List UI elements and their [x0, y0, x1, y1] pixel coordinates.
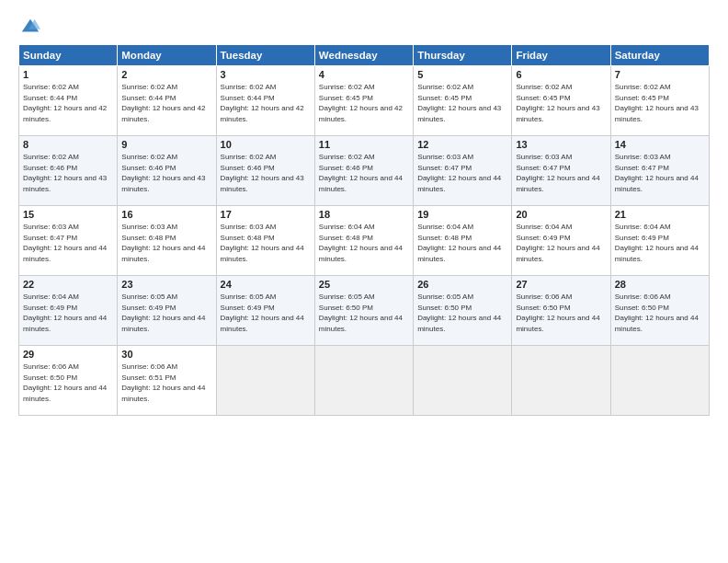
calendar-cell	[610, 346, 709, 416]
page: SundayMondayTuesdayWednesdayThursdayFrid…	[0, 0, 728, 563]
calendar-cell: 21 Sunrise: 6:04 AMSunset: 6:49 PMDaylig…	[610, 206, 709, 276]
calendar-cell: 11 Sunrise: 6:02 AMSunset: 6:46 PMDaylig…	[314, 136, 413, 206]
day-detail: Sunrise: 6:06 AMSunset: 6:50 PMDaylight:…	[516, 293, 599, 333]
day-number: 29	[23, 349, 113, 360]
day-number: 16	[121, 209, 211, 220]
calendar-cell: 23 Sunrise: 6:05 AMSunset: 6:49 PMDaylig…	[118, 276, 216, 346]
calendar-cell: 19 Sunrise: 6:04 AMSunset: 6:48 PMDaylig…	[414, 206, 512, 276]
day-number: 22	[23, 279, 113, 290]
day-detail: Sunrise: 6:05 AMSunset: 6:49 PMDaylight:…	[121, 293, 205, 333]
day-number: 25	[319, 279, 409, 290]
calendar-cell: 5 Sunrise: 6:02 AMSunset: 6:45 PMDayligh…	[414, 66, 512, 136]
day-detail: Sunrise: 6:02 AMSunset: 6:45 PMDaylight:…	[615, 83, 699, 123]
day-number: 7	[615, 69, 705, 80]
calendar-cell: 14 Sunrise: 6:03 AMSunset: 6:47 PMDaylig…	[610, 136, 709, 206]
day-detail: Sunrise: 6:05 AMSunset: 6:49 PMDaylight:…	[221, 293, 304, 333]
day-number: 28	[615, 279, 705, 290]
day-number: 19	[417, 209, 507, 220]
day-number: 6	[516, 69, 606, 80]
day-number: 14	[615, 139, 705, 150]
day-detail: Sunrise: 6:02 AMSunset: 6:45 PMDaylight:…	[319, 83, 403, 123]
calendar-cell: 9 Sunrise: 6:02 AMSunset: 6:46 PMDayligh…	[118, 136, 216, 206]
logo-icon	[20, 17, 40, 37]
weekday-wednesday: Wednesday	[314, 45, 413, 66]
calendar-cell: 8 Sunrise: 6:02 AMSunset: 6:46 PMDayligh…	[19, 136, 118, 206]
weekday-sunday: Sunday	[19, 45, 118, 66]
day-detail: Sunrise: 6:06 AMSunset: 6:51 PMDaylight:…	[121, 362, 205, 403]
weekday-tuesday: Tuesday	[216, 45, 314, 66]
calendar-week-5: 29 Sunrise: 6:06 AMSunset: 6:50 PMDaylig…	[19, 346, 710, 416]
day-number: 21	[615, 209, 705, 220]
calendar-cell: 1 Sunrise: 6:02 AMSunset: 6:44 PMDayligh…	[19, 66, 118, 136]
day-detail: Sunrise: 6:04 AMSunset: 6:49 PMDaylight:…	[615, 223, 699, 263]
day-detail: Sunrise: 6:04 AMSunset: 6:48 PMDaylight:…	[417, 223, 501, 263]
calendar-cell: 18 Sunrise: 6:04 AMSunset: 6:48 PMDaylig…	[314, 206, 413, 276]
day-number: 9	[121, 139, 211, 150]
day-number: 1	[23, 69, 113, 80]
day-detail: Sunrise: 6:02 AMSunset: 6:44 PMDaylight:…	[121, 83, 205, 123]
day-number: 23	[121, 279, 211, 290]
weekday-header-row: SundayMondayTuesdayWednesdayThursdayFrid…	[19, 45, 710, 66]
calendar-cell: 2 Sunrise: 6:02 AMSunset: 6:44 PMDayligh…	[118, 66, 216, 136]
day-number: 20	[516, 209, 606, 220]
weekday-thursday: Thursday	[414, 45, 512, 66]
day-number: 10	[221, 139, 311, 150]
calendar-week-2: 8 Sunrise: 6:02 AMSunset: 6:46 PMDayligh…	[19, 136, 710, 206]
day-detail: Sunrise: 6:02 AMSunset: 6:45 PMDaylight:…	[516, 83, 599, 123]
calendar-cell	[216, 346, 314, 416]
day-number: 18	[319, 209, 409, 220]
day-number: 24	[221, 279, 311, 290]
calendar-cell	[512, 346, 610, 416]
day-detail: Sunrise: 6:04 AMSunset: 6:49 PMDaylight:…	[516, 223, 599, 263]
calendar-table: SundayMondayTuesdayWednesdayThursdayFrid…	[18, 44, 710, 416]
day-detail: Sunrise: 6:05 AMSunset: 6:50 PMDaylight:…	[319, 293, 403, 333]
day-number: 5	[417, 69, 507, 80]
calendar-week-1: 1 Sunrise: 6:02 AMSunset: 6:44 PMDayligh…	[19, 66, 710, 136]
day-number: 12	[417, 139, 507, 150]
weekday-monday: Monday	[118, 45, 216, 66]
logo	[18, 17, 40, 37]
day-number: 8	[23, 139, 113, 150]
header	[18, 17, 710, 37]
day-detail: Sunrise: 6:03 AMSunset: 6:48 PMDaylight:…	[221, 223, 304, 263]
day-detail: Sunrise: 6:05 AMSunset: 6:50 PMDaylight:…	[417, 293, 501, 333]
calendar-cell: 20 Sunrise: 6:04 AMSunset: 6:49 PMDaylig…	[512, 206, 610, 276]
calendar-cell: 6 Sunrise: 6:02 AMSunset: 6:45 PMDayligh…	[512, 66, 610, 136]
calendar-cell: 12 Sunrise: 6:03 AMSunset: 6:47 PMDaylig…	[414, 136, 512, 206]
day-number: 26	[417, 279, 507, 290]
day-detail: Sunrise: 6:02 AMSunset: 6:44 PMDaylight:…	[23, 83, 107, 123]
day-detail: Sunrise: 6:02 AMSunset: 6:46 PMDaylight:…	[23, 153, 107, 193]
calendar-cell: 10 Sunrise: 6:02 AMSunset: 6:46 PMDaylig…	[216, 136, 314, 206]
day-number: 11	[319, 139, 409, 150]
day-number: 17	[221, 209, 311, 220]
weekday-friday: Friday	[512, 45, 610, 66]
day-number: 2	[121, 69, 211, 80]
calendar-cell: 26 Sunrise: 6:05 AMSunset: 6:50 PMDaylig…	[414, 276, 512, 346]
day-detail: Sunrise: 6:06 AMSunset: 6:50 PMDaylight:…	[615, 293, 699, 333]
calendar-cell: 7 Sunrise: 6:02 AMSunset: 6:45 PMDayligh…	[610, 66, 709, 136]
day-detail: Sunrise: 6:03 AMSunset: 6:47 PMDaylight:…	[615, 153, 699, 193]
calendar-cell: 15 Sunrise: 6:03 AMSunset: 6:47 PMDaylig…	[19, 206, 118, 276]
calendar-cell: 30 Sunrise: 6:06 AMSunset: 6:51 PMDaylig…	[118, 346, 216, 416]
calendar-cell: 25 Sunrise: 6:05 AMSunset: 6:50 PMDaylig…	[314, 276, 413, 346]
calendar-week-4: 22 Sunrise: 6:04 AMSunset: 6:49 PMDaylig…	[19, 276, 710, 346]
calendar-cell: 4 Sunrise: 6:02 AMSunset: 6:45 PMDayligh…	[314, 66, 413, 136]
day-detail: Sunrise: 6:06 AMSunset: 6:50 PMDaylight:…	[23, 362, 107, 403]
day-detail: Sunrise: 6:04 AMSunset: 6:49 PMDaylight:…	[23, 293, 107, 333]
calendar-cell: 28 Sunrise: 6:06 AMSunset: 6:50 PMDaylig…	[610, 276, 709, 346]
day-number: 13	[516, 139, 606, 150]
calendar-week-3: 15 Sunrise: 6:03 AMSunset: 6:47 PMDaylig…	[19, 206, 710, 276]
calendar-cell	[414, 346, 512, 416]
calendar-cell: 22 Sunrise: 6:04 AMSunset: 6:49 PMDaylig…	[19, 276, 118, 346]
day-number: 27	[516, 279, 606, 290]
day-number: 4	[319, 69, 409, 80]
day-detail: Sunrise: 6:02 AMSunset: 6:46 PMDaylight:…	[221, 153, 304, 193]
day-number: 30	[121, 349, 211, 360]
calendar-cell: 24 Sunrise: 6:05 AMSunset: 6:49 PMDaylig…	[216, 276, 314, 346]
calendar-cell	[314, 346, 413, 416]
day-detail: Sunrise: 6:02 AMSunset: 6:46 PMDaylight:…	[121, 153, 205, 193]
calendar-cell: 3 Sunrise: 6:02 AMSunset: 6:44 PMDayligh…	[216, 66, 314, 136]
calendar-cell: 17 Sunrise: 6:03 AMSunset: 6:48 PMDaylig…	[216, 206, 314, 276]
day-detail: Sunrise: 6:02 AMSunset: 6:44 PMDaylight:…	[221, 83, 304, 123]
day-number: 3	[221, 69, 311, 80]
